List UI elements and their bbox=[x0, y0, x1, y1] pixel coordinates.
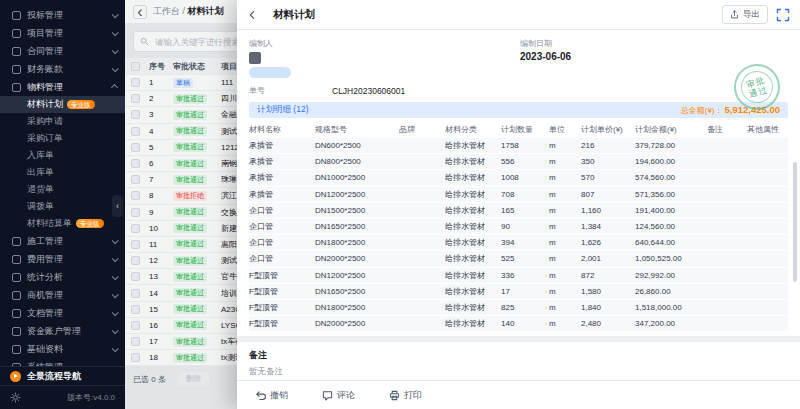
print-button[interactable]: 打印 bbox=[389, 389, 422, 402]
construction-icon bbox=[12, 237, 21, 246]
project-icon bbox=[12, 29, 21, 38]
row-checkbox[interactable] bbox=[131, 191, 140, 200]
row-checkbox[interactable] bbox=[131, 143, 140, 152]
sidebar-item-finance[interactable]: 财务账款 bbox=[0, 60, 125, 78]
status-badge: 审批通过 bbox=[173, 223, 207, 233]
sidebar-item-basedata[interactable]: 基础资料 bbox=[0, 340, 125, 358]
row-checkbox[interactable] bbox=[131, 224, 140, 233]
row-checkbox[interactable] bbox=[131, 175, 140, 184]
creator-field: 编制人 bbox=[249, 38, 520, 78]
comment-icon bbox=[322, 390, 333, 401]
detail-col-header: 材料分类 bbox=[445, 124, 501, 135]
sidebar-item-docs[interactable]: 文档管理 bbox=[0, 304, 125, 322]
sidebar-item-construction[interactable]: 施工管理 bbox=[0, 232, 125, 250]
cell-name: F型顶管 bbox=[249, 318, 315, 329]
status-badge: 审批通过 bbox=[173, 272, 207, 282]
row-no: 10 bbox=[149, 224, 173, 233]
undo-button[interactable]: 撤销 bbox=[255, 389, 288, 402]
row-checkbox[interactable] bbox=[131, 353, 140, 362]
detail-table-row[interactable]: F型顶管DN1200*2500给排水管材336m872292,992.00 bbox=[249, 268, 788, 284]
breadcrumb-current: 材料计划 bbox=[188, 6, 224, 16]
sidebar-item-inbound[interactable]: 入库单 bbox=[0, 147, 125, 164]
select-all-checkbox[interactable] bbox=[131, 62, 140, 71]
detail-table-row[interactable]: 承插管DN1200*2500给排水管材708m807571,356.00 bbox=[249, 187, 788, 203]
cell-unit: m bbox=[549, 254, 581, 263]
row-checkbox[interactable] bbox=[131, 94, 140, 103]
sidebar-item-label: 商机管理 bbox=[27, 289, 112, 302]
row-checkbox[interactable] bbox=[131, 305, 140, 314]
detail-table-row[interactable]: 承插管DN1000*2500给排水管材1008m570574,560.00 bbox=[249, 170, 788, 186]
detail-table-row[interactable]: 承插管DN600*2500给排水管材1758m216379,728.00 bbox=[249, 138, 788, 154]
detail-table-row[interactable]: F型顶管DN1800*2500给排水管材825m1,8401,518,000.0… bbox=[249, 300, 788, 316]
status-badge: 审批通过 bbox=[173, 207, 207, 217]
sidebar-item-business[interactable]: 商机管理 bbox=[0, 286, 125, 304]
row-checkbox[interactable] bbox=[131, 240, 140, 249]
drawer-header-actions: 导出 bbox=[722, 5, 790, 24]
detail-table-row[interactable]: 企口管DN2000*2500给排水管材525m2,0011,050,525.00 bbox=[249, 251, 788, 267]
row-checkbox[interactable] bbox=[131, 159, 140, 168]
row-checkbox[interactable] bbox=[131, 208, 140, 217]
sidebar-item-label: 资金账户管理 bbox=[27, 325, 112, 338]
detail-table-row[interactable]: F型顶管DN1650*2500给排水管材17m1,58026,860.00 bbox=[249, 284, 788, 300]
detail-table-row[interactable]: 企口管DN1800*2500给排水管材394m1,626640,644.00 bbox=[249, 235, 788, 251]
cell-unit: m bbox=[549, 303, 581, 312]
sidebar-item-label: 财务账款 bbox=[27, 63, 112, 76]
sidebar-item-funds[interactable]: 资金账户管理 bbox=[0, 322, 125, 340]
sidebar-collapse-handle[interactable]: ‹ bbox=[112, 195, 123, 217]
fullscreen-icon[interactable] bbox=[776, 8, 790, 22]
sidebar-item-outbound[interactable]: 出库单 bbox=[0, 164, 125, 181]
export-button[interactable]: 导出 bbox=[722, 5, 768, 24]
row-checkbox[interactable] bbox=[131, 289, 140, 298]
pro-badge: 专业版 bbox=[76, 219, 104, 228]
detail-table-row[interactable]: F型顶管DN2000*2500给排水管材140m2,480347,200.00 bbox=[249, 316, 788, 332]
cell-qty: 556 bbox=[501, 157, 549, 166]
row-checkbox[interactable] bbox=[131, 321, 140, 330]
basedata-icon bbox=[12, 345, 21, 354]
cell-spec: DN2000*2500 bbox=[315, 319, 399, 328]
sidebar-item-stats[interactable]: 统计分析 bbox=[0, 268, 125, 286]
back-button[interactable]: ‹ bbox=[133, 5, 147, 19]
row-checkbox[interactable] bbox=[131, 110, 140, 119]
row-checkbox[interactable] bbox=[131, 337, 140, 346]
row-status-cell: 审批通过 bbox=[173, 256, 221, 266]
cell-spec: DN600*2500 bbox=[315, 141, 399, 150]
scrollbar-thumb[interactable] bbox=[793, 162, 797, 282]
sidebar-item-material-plan[interactable]: 材料计划专业版 bbox=[0, 96, 125, 113]
detail-table-row[interactable]: 企口管DN1650*2500给排水管材90m1,384124,560.00 bbox=[249, 219, 788, 235]
sidebar-item-panorama-nav[interactable]: 全景流程导航 bbox=[0, 366, 125, 385]
detail-table-row[interactable]: 企口管DN1500*2500给排水管材165m1,160191,400.00 bbox=[249, 203, 788, 219]
detail-col-header: 规格型号 bbox=[315, 124, 399, 135]
breadcrumb-root[interactable]: 工作台 bbox=[153, 6, 180, 16]
row-checkbox[interactable] bbox=[131, 78, 140, 87]
export-label: 导出 bbox=[743, 9, 760, 21]
row-checkbox[interactable] bbox=[131, 272, 140, 281]
sidebar-item-bid[interactable]: 投标管理 bbox=[0, 6, 125, 24]
cell-spec: DN1800*2500 bbox=[315, 238, 399, 247]
sidebar-item-settlement[interactable]: 材料结算单专业版 bbox=[0, 215, 125, 232]
cell-price: 1,580 bbox=[581, 287, 635, 296]
sidebar-item-expense[interactable]: 费用管理 bbox=[0, 250, 125, 268]
drawer-back-icon[interactable] bbox=[247, 10, 257, 20]
total-amount-label: 总金额(¥)： bbox=[681, 105, 723, 116]
sidebar-item-purchase-order[interactable]: 采购订单 bbox=[0, 130, 125, 147]
status-badge: 审批拒绝 bbox=[173, 191, 207, 201]
row-no: 18 bbox=[149, 353, 173, 362]
sidebar-item-material[interactable]: 物料管理 bbox=[0, 78, 125, 96]
cell-amount: 26,860.00 bbox=[635, 287, 707, 296]
action-label: 撤销 bbox=[270, 389, 288, 402]
sidebar-item-label: 项目管理 bbox=[27, 27, 112, 40]
sidebar-item-contract[interactable]: 合同管理 bbox=[0, 42, 125, 60]
detail-table-row[interactable]: 承插管DN800*2500给排水管材556m350194,600.00 bbox=[249, 154, 788, 170]
status-badge: 审批通过 bbox=[173, 256, 207, 266]
sidebar-item-purchase-request[interactable]: 采购申请 bbox=[0, 113, 125, 130]
sidebar-item-project[interactable]: 项目管理 bbox=[0, 24, 125, 42]
row-checkbox[interactable] bbox=[131, 256, 140, 265]
gear-icon[interactable] bbox=[10, 392, 21, 403]
batch-delete-button[interactable]: 删除 bbox=[178, 372, 209, 386]
chevron-down-icon bbox=[112, 65, 119, 72]
sidebar-item-transfer[interactable]: 调拨单 bbox=[0, 198, 125, 215]
comment-button[interactable]: 评论 bbox=[322, 389, 355, 402]
sidebar-item-return[interactable]: 退货单 bbox=[0, 181, 125, 198]
cell-category: 给排水管材 bbox=[445, 253, 501, 264]
row-checkbox[interactable] bbox=[131, 127, 140, 136]
